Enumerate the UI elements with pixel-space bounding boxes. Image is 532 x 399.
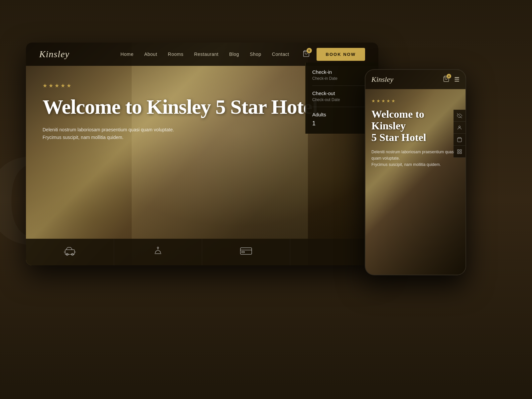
desktop-hero-subtitle: Deleniti nostrum laboriosam praesentium …	[43, 126, 182, 141]
nav-restaurant[interactable]: Restaurant	[194, 52, 218, 57]
nav-about[interactable]: About	[144, 52, 157, 57]
mobile-cart[interactable]: 0	[443, 75, 450, 83]
card-icon	[240, 246, 252, 258]
nav-contact[interactable]: Contact	[272, 52, 289, 57]
adults-value[interactable]: 1	[312, 120, 372, 127]
svg-point-12	[459, 126, 460, 127]
mobile-hero-subtitle: Deleniti nostrum laboriosam praesentium …	[371, 149, 460, 168]
svg-rect-15	[460, 150, 462, 151]
desktop-logo: Kinsley	[39, 49, 69, 60]
mobile-tools	[454, 110, 466, 158]
star-5: ★	[66, 82, 71, 89]
concierge-icon	[153, 246, 163, 259]
mobile-navbar: Kinsley 0 ☰	[365, 70, 466, 89]
svg-rect-17	[460, 152, 462, 154]
checkin-value[interactable]: Check-in Date	[312, 76, 372, 86]
svg-rect-9	[242, 251, 244, 253]
desktop-nav-links: Home About Rooms Restaurant Blog Shop Co…	[120, 52, 289, 57]
desktop-cart-icon[interactable]: 0	[303, 50, 310, 59]
tool-user[interactable]	[454, 122, 466, 134]
desktop-cart-badge: 0	[307, 48, 312, 53]
desktop-nav-icons: 0	[303, 50, 310, 59]
adults-label: Adults	[312, 112, 372, 117]
nav-blog[interactable]: Blog	[229, 52, 239, 57]
checkout-label: Check-out	[312, 90, 372, 96]
svg-rect-14	[458, 150, 459, 151]
desktop-mockup: Kinsley Home About Rooms Restaurant Blog…	[26, 43, 378, 265]
svg-point-6	[157, 247, 159, 248]
mobile-nav-icons: 0 ☰	[443, 75, 460, 83]
star-2: ★	[49, 82, 53, 89]
mobile-hero-title: Welcome to Kinsley5 Star Hotel	[371, 108, 460, 144]
mobile-star-5: ★	[391, 98, 395, 104]
tool-cart[interactable]	[454, 134, 466, 146]
mobile-star-1: ★	[371, 98, 375, 104]
tool-eye-slash[interactable]	[454, 110, 466, 122]
mobile-mockup: Kinsley 0 ☰ ★ ★ ★ ★ ★ Welcome to Kinsley…	[365, 69, 466, 275]
checkin-label: Check-in	[312, 69, 372, 75]
mobile-logo: Kinsley	[371, 75, 393, 84]
service-card	[202, 239, 290, 265]
nav-shop[interactable]: Shop	[250, 52, 261, 57]
desktop-services-bar	[26, 239, 378, 265]
star-3: ★	[55, 82, 59, 89]
subtitle-line2: Frycimus suscipit, nam mollitia quidem.	[43, 135, 124, 140]
mobile-star-2: ★	[376, 98, 380, 104]
tool-grid[interactable]	[454, 146, 466, 158]
mobile-cart-badge: 0	[447, 74, 451, 78]
mobile-star-3: ★	[381, 98, 385, 104]
svg-rect-7	[240, 248, 252, 254]
mobile-hero: ★ ★ ★ ★ ★ Welcome to Kinsley5 Star Hotel…	[365, 89, 466, 168]
book-now-button[interactable]: BOOK NOW	[317, 48, 365, 61]
star-1: ★	[43, 82, 47, 89]
service-concierge	[114, 239, 202, 265]
subtitle-line1: Deleniti nostrum laboriosam praesentium …	[43, 127, 174, 132]
svg-rect-16	[458, 152, 459, 154]
checkout-value[interactable]: Check-out Date	[312, 97, 372, 107]
mobile-stars: ★ ★ ★ ★ ★	[371, 98, 460, 104]
mobile-star-4: ★	[386, 98, 390, 104]
mobile-menu-icon[interactable]: ☰	[454, 76, 460, 83]
nav-home[interactable]: Home	[120, 52, 133, 57]
nav-rooms[interactable]: Rooms	[168, 52, 184, 57]
service-taxi	[26, 239, 114, 265]
taxi-icon	[64, 246, 76, 258]
star-4: ★	[61, 82, 65, 89]
